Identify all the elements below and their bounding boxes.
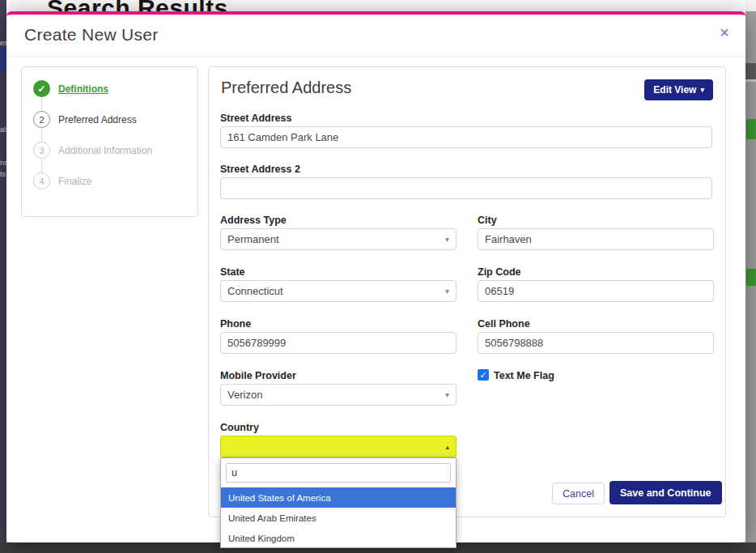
step-number: 2 (33, 111, 50, 128)
chevron-down-icon: ▾ (700, 86, 704, 94)
street-address-input[interactable] (220, 126, 712, 148)
background-sidebar: es als ns ts (0, 0, 6, 553)
background-page-edge (745, 0, 756, 553)
country-select[interactable]: ▴ (220, 436, 457, 457)
address-type-value: Permanent (227, 233, 279, 245)
address-type-select[interactable]: Permanent ▾ (220, 228, 457, 250)
city-input[interactable] (478, 228, 714, 250)
chevron-down-icon: ▾ (445, 235, 449, 244)
text-me-flag-label: Text Me Flag (494, 370, 554, 381)
modal-title: Create New User (24, 25, 159, 45)
step-number: 3 (33, 142, 50, 159)
street-address-2-input[interactable] (220, 177, 712, 199)
state-value: Connecticut (227, 285, 283, 297)
cell-phone-label: Cell Phone (478, 318, 530, 330)
sidebar-active-item-fragment (0, 49, 6, 71)
background-edge-cap (745, 0, 756, 11)
step-label: Additional Information (58, 145, 152, 156)
step-label: Definitions (58, 83, 108, 95)
country-option-united-kingdom[interactable]: United Kingdom (221, 528, 456, 548)
step-connector (41, 128, 42, 142)
preferred-address-panel: Preferred Address Edit View ▾ Street Add… (208, 66, 726, 517)
stepper: ✓ Definitions 2 Preferred Address 3 Addi… (21, 66, 198, 217)
panel-title: Preferred Address (221, 79, 351, 97)
check-icon: ✓ (479, 370, 486, 381)
sidebar-item-fragment: ns (0, 159, 6, 167)
check-icon: ✓ (33, 80, 50, 97)
sidebar-item-fragment: ts (0, 170, 6, 178)
step-definitions[interactable]: ✓ Definitions (33, 80, 108, 97)
mobile-provider-value: Verizon (227, 389, 262, 401)
country-dropdown: United States of America United Arab Emi… (220, 457, 457, 548)
text-me-flag-checkbox[interactable]: ✓ (478, 369, 489, 381)
country-option-united-arab-emirates[interactable]: United Arab Emirates (221, 508, 456, 528)
background-table-header-fragment (745, 63, 756, 79)
step-connector (41, 97, 42, 111)
address-type-label: Address Type (220, 215, 287, 226)
background-divider-fragment (745, 79, 756, 82)
sidebar-item-fragment: es (0, 39, 6, 47)
background-page-header: Search Results (0, 0, 756, 11)
state-label: State (220, 266, 245, 278)
step-finalize[interactable]: 4 Finalize (33, 172, 91, 189)
close-icon[interactable]: × (720, 24, 729, 40)
step-number: 4 (33, 172, 50, 189)
chevron-down-icon: ▾ (445, 287, 449, 296)
step-label: Preferred Address (58, 114, 137, 125)
step-additional-information[interactable]: 3 Additional Information (33, 142, 152, 159)
state-select[interactable]: Connecticut ▾ (220, 280, 457, 302)
zip-code-input[interactable] (478, 280, 714, 302)
step-label: Finalize (58, 176, 91, 187)
step-connector (41, 159, 42, 172)
background-green-button-fragment (746, 119, 756, 139)
step-preferred-address[interactable]: 2 Preferred Address (33, 111, 137, 128)
country-option-united-states[interactable]: United States of America (221, 487, 456, 508)
edit-view-button[interactable]: Edit View ▾ (644, 79, 713, 100)
phone-input[interactable] (220, 332, 457, 354)
city-label: City (478, 215, 497, 226)
edit-view-label: Edit View (653, 84, 696, 96)
street-address-label: Street Address (220, 113, 291, 124)
modal-header: Create New User × (6, 15, 745, 57)
mobile-provider-select[interactable]: Verizon ▾ (220, 384, 457, 406)
mobile-provider-label: Mobile Provider (220, 370, 296, 381)
save-and-continue-button[interactable]: Save and Continue (609, 481, 722, 504)
street-address-2-label: Street Address 2 (220, 164, 300, 175)
background-green-button-fragment (746, 269, 756, 286)
cancel-button[interactable]: Cancel (552, 483, 605, 504)
chevron-up-icon: ▴ (445, 443, 449, 451)
country-label: Country (220, 422, 259, 433)
chevron-down-icon: ▾ (445, 390, 449, 399)
create-new-user-modal: Create New User × ✓ Definitions 2 Prefer… (6, 11, 745, 542)
country-search-input[interactable] (226, 463, 451, 483)
background-page-title: Search Results (47, 0, 228, 11)
zip-code-label: Zip Code (478, 266, 520, 278)
cell-phone-input[interactable] (478, 332, 714, 354)
sidebar-item-fragment: als (0, 125, 6, 134)
phone-label: Phone (220, 318, 251, 330)
